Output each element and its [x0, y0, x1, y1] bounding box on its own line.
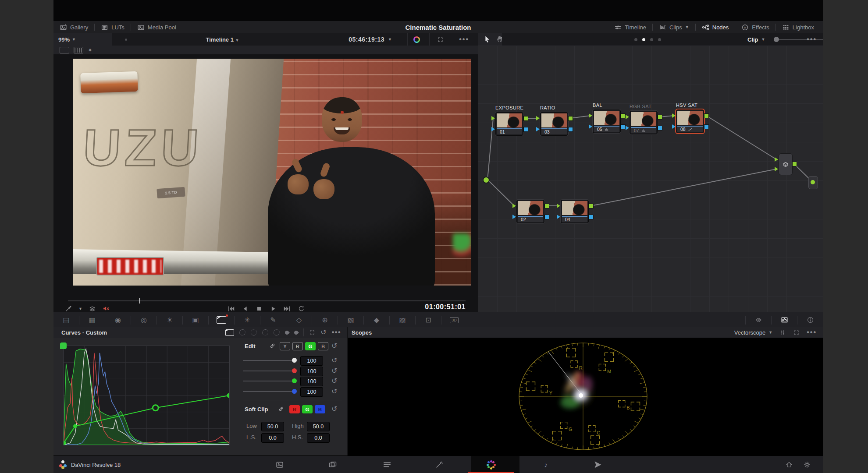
- g-slider[interactable]: 100↺: [243, 377, 342, 385]
- node-02[interactable]: 02: [516, 200, 544, 223]
- curves-reset-icon[interactable]: ↺: [320, 329, 326, 336]
- toolbar-gallery-button[interactable]: Gallery: [53, 21, 94, 33]
- high-value[interactable]: 50.0: [307, 422, 330, 431]
- mute-audio-icon[interactable]: [102, 305, 110, 312]
- node-mode-selector[interactable]: Clip▼: [747, 36, 765, 43]
- info-icon[interactable]: [797, 315, 823, 325]
- timeline-selector[interactable]: Timeline 1 ▼: [112, 36, 333, 43]
- scopes-icon[interactable]: [772, 315, 797, 325]
- sat-vs-lum-icon[interactable]: [293, 330, 299, 335]
- wipe-mode-icon[interactable]: [60, 47, 69, 53]
- power-window-palette-icon[interactable]: ◇: [286, 315, 312, 325]
- curves-options-icon[interactable]: •••: [332, 328, 341, 336]
- hue-vs-lum-icon[interactable]: [262, 329, 268, 335]
- curves-expand-icon[interactable]: [309, 329, 315, 335]
- home-icon[interactable]: [783, 459, 795, 470]
- source-node[interactable]: [483, 176, 490, 184]
- channel-r-button[interactable]: R: [292, 342, 303, 350]
- keyframes-icon[interactable]: [746, 315, 771, 325]
- playhead[interactable]: [139, 298, 140, 304]
- page-edit-button[interactable]: [381, 459, 393, 470]
- hdr-palette-icon[interactable]: ◎: [131, 315, 157, 325]
- toolbar-lightbox-button[interactable]: Lightbox: [776, 21, 820, 33]
- node-05-bal[interactable]: BAL05: [593, 109, 621, 133]
- expand-viewer-icon[interactable]: [437, 36, 444, 43]
- scope-options-icon[interactable]: •••: [807, 328, 817, 336]
- viewer-zoom-control[interactable]: 99%▼: [58, 33, 76, 46]
- slider-reset-icon[interactable]: ↺: [331, 357, 337, 364]
- channel-b-button[interactable]: B: [318, 342, 328, 350]
- slider-reset-icon[interactable]: ↺: [331, 367, 337, 374]
- page-cut-button[interactable]: [327, 459, 338, 470]
- scope-expand-icon[interactable]: [793, 329, 800, 336]
- cursor-tool-icon[interactable]: [483, 35, 491, 43]
- g-value[interactable]: 100: [300, 377, 323, 386]
- b-slider[interactable]: 100↺: [243, 387, 342, 396]
- node-page-dots[interactable]: [634, 38, 661, 41]
- viewer-scrub-bar[interactable]: [68, 300, 466, 301]
- hue-vs-sat-icon[interactable]: [251, 329, 257, 335]
- key-palette-icon[interactable]: ▨: [390, 315, 415, 325]
- edit-link-icon[interactable]: [269, 342, 276, 349]
- channel-g-button[interactable]: G: [305, 342, 316, 350]
- color-boost-icon[interactable]: [413, 36, 420, 43]
- page-fusion-button[interactable]: [434, 459, 445, 470]
- node-08-hsv-sat[interactable]: HSV SAT08: [676, 109, 704, 133]
- scope-mode-selector[interactable]: Vectorscope▼: [734, 329, 772, 336]
- soft-clip-link-icon[interactable]: [278, 406, 285, 412]
- node-07-rgb-sat[interactable]: RGB SAT07: [630, 111, 658, 134]
- output-node[interactable]: [808, 176, 818, 189]
- viewer-options-icon[interactable]: •••: [459, 35, 469, 43]
- viewer-timecode[interactable]: 05:46:19:13: [349, 36, 384, 43]
- curves-palette-icon[interactable]: [209, 315, 234, 325]
- motion-effects-palette-icon[interactable]: ▣: [183, 315, 208, 325]
- custom-curve-mode-icon[interactable]: [225, 329, 234, 336]
- layer-mixer-node[interactable]: [779, 153, 793, 175]
- soft-clip-b-button[interactable]: B: [315, 405, 325, 413]
- hue-vs-hue-icon[interactable]: [239, 329, 245, 335]
- page-color-button[interactable]: [485, 459, 497, 470]
- camera-raw-palette-icon[interactable]: ▤: [53, 315, 79, 325]
- settings-gear-icon[interactable]: [801, 459, 813, 470]
- toolbar-nodes-button[interactable]: Nodes: [696, 21, 735, 33]
- enhance-icon[interactable]: ✦: [88, 47, 92, 53]
- soft-clip-reset-icon[interactable]: ↺: [331, 406, 337, 413]
- page-deliver-button[interactable]: [592, 459, 604, 470]
- ls-value[interactable]: 0.0: [261, 433, 284, 443]
- toolbar-media-pool-button[interactable]: Media Pool: [131, 21, 182, 33]
- qualifier-palette-icon[interactable]: ✎: [260, 315, 286, 325]
- scope-settings-icon[interactable]: [779, 329, 786, 336]
- hs-value[interactable]: 0.0: [307, 433, 330, 443]
- slider-reset-icon[interactable]: ↺: [331, 388, 337, 395]
- channel-y-button[interactable]: Y: [280, 342, 290, 350]
- lum-vs-sat-icon[interactable]: [274, 329, 280, 335]
- page-fairlight-button[interactable]: ♪: [540, 459, 551, 470]
- y-value[interactable]: 100: [300, 356, 323, 366]
- low-value[interactable]: 50.0: [261, 422, 284, 431]
- node-03-ratio[interactable]: RATIO03: [540, 112, 568, 136]
- b-value[interactable]: 100: [300, 387, 323, 397]
- page-media-button[interactable]: [274, 459, 285, 470]
- r-value[interactable]: 100: [300, 367, 323, 376]
- stereo-3d-palette-icon[interactable]: 3D: [441, 315, 467, 325]
- timecode-chevron-icon[interactable]: ▼: [388, 37, 392, 42]
- soft-clip-g-button[interactable]: G: [302, 405, 313, 413]
- sat-vs-sat-icon[interactable]: [284, 330, 290, 335]
- toolbar-timeline-button[interactable]: Timeline: [608, 21, 652, 33]
- node-options-icon[interactable]: •••: [807, 35, 817, 43]
- rgb-mixer-palette-icon[interactable]: ☀: [157, 315, 182, 325]
- toolbar-luts-button[interactable]: LUTs: [95, 21, 131, 33]
- split-mode-icon[interactable]: [74, 47, 83, 53]
- node-01-exposure[interactable]: EXPOSURE01: [495, 112, 523, 136]
- toolbar-effects-button[interactable]: fxEffects: [735, 21, 776, 33]
- primaries-palette-icon[interactable]: ◉: [105, 315, 131, 325]
- color-warper-palette-icon[interactable]: ✳: [235, 315, 260, 325]
- color-wheels-palette-icon[interactable]: ▦: [79, 315, 105, 325]
- blur-palette-icon[interactable]: ◆: [364, 315, 389, 325]
- curve-graph[interactable]: [63, 346, 230, 445]
- y-slider[interactable]: 100↺: [243, 356, 342, 365]
- node-graph[interactable]: EXPOSURE01RATIO03BAL05RGB SAT07HSV SAT08…: [478, 46, 823, 312]
- magic-mask-palette-icon[interactable]: ▧: [338, 315, 363, 325]
- tracker-palette-icon[interactable]: ⊕: [312, 315, 338, 325]
- node-04[interactable]: 04: [561, 200, 589, 223]
